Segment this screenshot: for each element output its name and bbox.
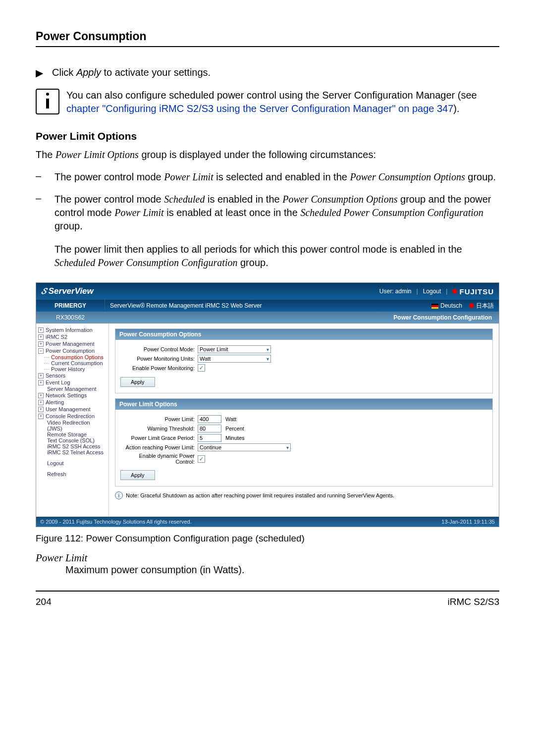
tree-event-log[interactable]: +Event Log [38, 379, 107, 386]
cross-reference-link[interactable]: chapter "Configuring iRMC S2/S3 using th… [66, 103, 453, 114]
context-bar: RX300S62 Power Consumption Configuration [36, 312, 499, 324]
label-dynamic-control: Enable dynamic Power Control: [120, 453, 198, 465]
lang-jp-link[interactable]: 日本語 [469, 302, 494, 310]
tree-alerting[interactable]: +Alerting [38, 399, 107, 406]
tree-server-management[interactable]: Server Management [47, 386, 107, 392]
select-power-control-mode[interactable]: Power Limit▾ [198, 345, 271, 353]
condition-2: The power control mode Scheduled is enab… [54, 193, 499, 233]
label-action: Action reaching Power Limit: [120, 444, 198, 450]
timestamp-text: 13-Jan-2011 19:11:35 [441, 519, 495, 525]
primergy-label: PRIMERGY [36, 300, 105, 312]
unit-percent: Percent [225, 426, 244, 432]
checkbox-enable-monitoring[interactable]: ✓ [198, 364, 205, 372]
lang-de-link[interactable]: Deutsch [431, 302, 462, 309]
expand-icon[interactable]: + [38, 400, 44, 405]
tree-video-redirection[interactable]: Video Redirection (JWS) [47, 420, 107, 432]
input-power-limit[interactable]: 400 [198, 415, 221, 423]
chevron-down-icon: ▾ [267, 347, 269, 352]
text: ). [453, 103, 459, 114]
tree-logout[interactable]: Logout [47, 460, 107, 466]
note-text: Note: Graceful Shutdown as action after … [126, 492, 394, 498]
expand-icon[interactable]: + [38, 334, 44, 340]
text: You can also configure scheduled power c… [66, 90, 477, 101]
collapse-icon[interactable]: − [38, 348, 44, 354]
expand-icon[interactable]: + [38, 327, 44, 333]
tree-remote-storage[interactable]: Remote Storage [47, 432, 107, 437]
expand-icon[interactable]: + [38, 380, 44, 385]
expand-icon[interactable]: + [38, 373, 44, 378]
expand-icon[interactable]: + [38, 414, 44, 419]
expand-icon[interactable]: + [38, 407, 44, 412]
emphasis: Power Limit Options [55, 149, 139, 160]
text: The [36, 149, 55, 160]
logout-link[interactable]: Logout [423, 288, 441, 295]
server-model-label: RX300S62 [36, 312, 105, 324]
flag-de-icon [431, 304, 438, 309]
tree-system-information[interactable]: +System Information [38, 326, 107, 333]
tree-console-redirection[interactable]: +Console Redirection [38, 413, 107, 420]
unit-minutes: Minutes [225, 435, 245, 441]
unit-watt: Watt [225, 416, 236, 422]
panel-title: Power Consumption Options [115, 329, 492, 340]
text: Click [52, 67, 76, 78]
instruction-text: Click Apply to activate your settings. [52, 67, 211, 79]
footer-rule [36, 591, 499, 592]
condition-2-followup: The power limit then applies to all peri… [54, 243, 499, 270]
tree-telnet-access[interactable]: iRMC S2 Telnet Access [47, 449, 107, 455]
section-title: Power Consumption [36, 30, 499, 43]
tree-network-settings[interactable]: +Network Settings [38, 392, 107, 399]
label-warning-threshold: Warning Threshold: [120, 426, 198, 432]
chevron-down-icon: ▾ [286, 445, 289, 450]
select-monitoring-units[interactable]: Watt▾ [198, 355, 271, 363]
figure-caption: Figure 112: Power Consumption Configurat… [36, 533, 499, 544]
app-titlebar: 𝓢 ServerView User: admin | Logout | FUJI… [36, 283, 499, 300]
tree-power-consumption[interactable]: −Power Consumption [38, 347, 107, 354]
condition-1: The power control mode Power Limit is se… [54, 170, 499, 184]
page-number: 204 [36, 596, 52, 607]
user-label: User: admin [379, 288, 412, 295]
sub-header-bar: PRIMERGY ServerView® Remote Management i… [36, 300, 499, 312]
tree-power-history[interactable]: Power History [47, 366, 107, 372]
tree-text-console[interactable]: Text Console (SOL) [47, 437, 107, 443]
tree-user-management[interactable]: +User Management [38, 406, 107, 413]
nav-tree: +System Information +iRMC S2 +Power Mana… [36, 324, 109, 517]
info-text: You can also configure scheduled power c… [66, 89, 499, 115]
tree-current-consumption[interactable]: Current Consumption [47, 360, 107, 366]
select-action[interactable]: Continue▾ [198, 443, 291, 451]
label-grace-period: Power Limit Grace Period: [120, 435, 198, 441]
intro-paragraph: The Power Limit Options group is display… [36, 148, 499, 162]
apply-button[interactable]: Apply [120, 470, 155, 480]
conditions-list: – The power control mode Power Limit is … [36, 170, 499, 233]
tree-sensors[interactable]: +Sensors [38, 372, 107, 379]
label-enable-monitoring: Enable Power Monitoring: [120, 365, 198, 371]
doc-id: iRMC S2/S3 [447, 596, 499, 607]
input-warning-threshold[interactable]: 80 [198, 425, 221, 432]
apply-word: Apply [76, 67, 101, 78]
screenshot-figure: 𝓢 ServerView User: admin | Logout | FUJI… [36, 282, 499, 527]
fujitsu-logo: FUJITSU [452, 287, 494, 296]
chevron-down-icon: ▾ [267, 356, 269, 362]
apply-button[interactable]: Apply [120, 377, 155, 387]
page-subtitle: ServerView® Remote Management iRMC S2 We… [110, 302, 262, 309]
serverview-logo: 𝓢 ServerView [41, 286, 94, 296]
tree-consumption-options[interactable]: Consumption Options [47, 354, 107, 360]
label-power-limit: Power Limit: [120, 416, 198, 422]
content-page-title: Power Consumption Configuration [105, 312, 499, 324]
tree-power-management[interactable]: +Power Management [38, 340, 107, 347]
expand-icon[interactable]: + [38, 341, 44, 347]
checkbox-dynamic-control[interactable]: ✓ [198, 455, 205, 463]
section-rule [36, 46, 499, 47]
tree-ssh-access[interactable]: iRMC S2 SSH Access [47, 443, 107, 449]
tree-refresh[interactable]: Refresh [47, 471, 107, 477]
page-footer: 204 iRMC S2/S3 [36, 596, 499, 607]
dash-icon: – [36, 170, 46, 184]
main-content: Power Consumption Options Power Control … [109, 324, 499, 517]
expand-icon[interactable]: + [38, 393, 44, 398]
tree-irmc-s2[interactable]: +iRMC S2 [38, 333, 107, 340]
panel-title: Power Limit Options [115, 399, 492, 410]
input-grace-period[interactable]: 5 [198, 434, 221, 442]
power-limit-options-panel: Power Limit Options Power Limit:400Watt … [115, 398, 493, 486]
note-row: i Note: Graceful Shutdown as action afte… [115, 491, 493, 499]
info-callout: You can also configure scheduled power c… [36, 89, 499, 115]
copyright-text: © 2009 - 2011 Fujitsu Technology Solutio… [40, 519, 192, 525]
